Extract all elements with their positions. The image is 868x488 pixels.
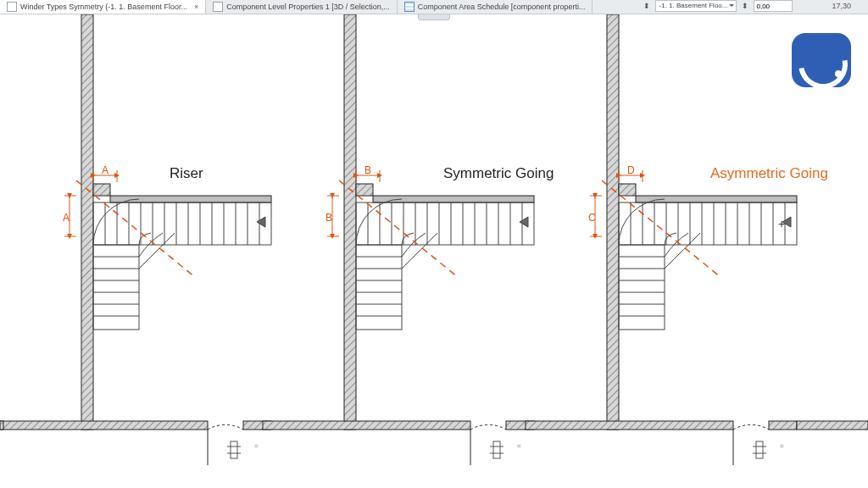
elev-step-icon[interactable]: ⬍ <box>742 2 748 10</box>
diagram-asymmetric: D C + <box>526 14 797 465</box>
drawing-canvas[interactable]: Riser Symmetric Going Asymmetric Going <box>0 14 868 487</box>
story-selector: ⬍ -1. 1. Basement Floo... ⬍ 17,30 <box>643 0 851 13</box>
tab-label: Component Area Schedule [component prope… <box>418 3 586 11</box>
tab-label: Component Level Properties 1 [3D / Selec… <box>226 3 390 11</box>
zoom-label: 17,30 <box>832 2 851 10</box>
close-icon[interactable]: × <box>194 3 198 11</box>
floorplan-svg: = A A B B D C + <box>0 14 868 487</box>
diagram-riser: A A <box>0 14 271 465</box>
svg-rect-48 <box>797 421 868 430</box>
story-step-icon[interactable]: ⬍ <box>643 2 650 10</box>
floorplan-icon <box>7 2 17 12</box>
elevation-field[interactable] <box>754 0 793 12</box>
tab-component-level[interactable]: Component Level Properties 1 [3D / Selec… <box>206 0 398 14</box>
schedule-icon <box>404 2 415 12</box>
svg-text:D: D <box>627 164 635 176</box>
floorplan-icon <box>213 2 223 12</box>
svg-rect-49 <box>0 421 3 430</box>
story-dropdown[interactable]: -1. 1. Basement Floo... <box>655 0 737 12</box>
svg-text:C: C <box>588 212 596 224</box>
tab-schedule[interactable]: Component Area Schedule [component prope… <box>398 0 593 14</box>
svg-text:+: + <box>778 217 785 230</box>
svg-text:A: A <box>102 164 108 176</box>
tab-label: Winder Types Symmetry (-1. 1. Basement F… <box>20 3 187 11</box>
tab-floorplan[interactable]: Winder Types Symmetry (-1. 1. Basement F… <box>0 0 206 14</box>
tab-bar: Winder Types Symmetry (-1. 1. Basement F… <box>0 0 868 14</box>
svg-text:B: B <box>326 212 332 224</box>
svg-text:B: B <box>364 164 371 176</box>
svg-text:A: A <box>63 212 70 224</box>
diagram-symmetric: B B <box>263 14 534 465</box>
